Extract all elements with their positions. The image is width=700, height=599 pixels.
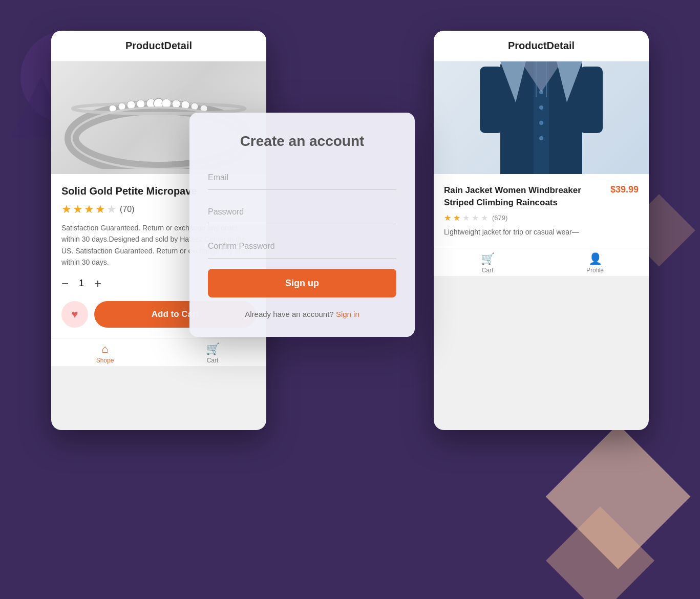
svg-point-21 xyxy=(539,136,543,140)
increase-qty-btn[interactable]: + xyxy=(94,276,101,291)
right-product-name-text: Rain Jacket Women Windbreaker Striped Cl… xyxy=(444,185,581,207)
svg-point-5 xyxy=(137,100,145,108)
signin-row: Already have an account? Sign in xyxy=(208,310,396,318)
cart-icon-right: 🛒 xyxy=(481,252,495,266)
right-product-title-row: Rain Jacket Women Windbreaker Striped Cl… xyxy=(444,184,639,209)
create-account-modal: Create an account Sign up Already have a… xyxy=(189,113,415,337)
svg-rect-22 xyxy=(480,67,503,133)
nav-item-shope[interactable]: ⌂ Shope xyxy=(51,343,159,364)
left-screen-header: ProductDetail xyxy=(51,31,266,61)
nav-cart-label-right: Cart xyxy=(482,267,494,274)
right-screen-header: ProductDetail xyxy=(434,31,649,61)
left-screen-title: ProductDetail xyxy=(125,40,192,51)
left-review-count: (70) xyxy=(120,205,134,214)
right-star-2: ★ xyxy=(453,213,460,223)
right-product-image-area xyxy=(434,61,649,174)
home-icon: ⌂ xyxy=(101,343,108,356)
nav-item-cart-left[interactable]: 🛒 Cart xyxy=(159,343,266,364)
right-star-5: ★ xyxy=(481,213,488,223)
confirm-password-field[interactable] xyxy=(208,234,396,259)
right-product-price: $39.99 xyxy=(610,184,639,195)
svg-rect-23 xyxy=(580,67,603,133)
password-field[interactable] xyxy=(208,200,396,224)
nav-item-cart-right[interactable]: 🛒 Cart xyxy=(434,252,541,274)
wishlist-btn[interactable]: ♥ xyxy=(61,301,88,328)
decrease-qty-btn[interactable]: − xyxy=(61,276,69,291)
svg-point-20 xyxy=(539,121,543,125)
svg-point-19 xyxy=(539,105,543,110)
jacket-svg xyxy=(464,61,618,174)
right-star-4: ★ xyxy=(472,213,479,223)
nav-shope-label: Shope xyxy=(96,357,114,364)
modal-title: Create an account xyxy=(208,133,396,149)
right-star-3: ★ xyxy=(462,213,470,223)
star-2: ★ xyxy=(73,203,83,216)
nav-profile-label: Profile xyxy=(586,267,604,274)
cart-icon-left: 🛒 xyxy=(206,343,220,356)
right-star-1: ★ xyxy=(444,213,451,223)
qty-value: 1 xyxy=(79,278,84,289)
left-bottom-nav: ⌂ Shope 🛒 Cart xyxy=(51,338,266,366)
signup-button[interactable]: Sign up xyxy=(208,269,396,297)
star-1: ★ xyxy=(61,203,72,216)
nav-cart-label-left: Cart xyxy=(207,357,219,364)
right-product-info: Rain Jacket Women Windbreaker Striped Cl… xyxy=(434,174,649,248)
heart-icon: ♥ xyxy=(71,308,78,321)
right-product-name: Rain Jacket Women Windbreaker Striped Cl… xyxy=(444,184,605,209)
left-stars: ★ ★ ★ ★ ★ xyxy=(61,203,117,216)
email-field[interactable] xyxy=(208,166,396,190)
signin-link[interactable]: Sign in xyxy=(336,310,359,318)
right-bottom-nav: 🛒 Cart 👤 Profile xyxy=(434,248,649,276)
star-4: ★ xyxy=(95,203,105,216)
right-review-count: (679) xyxy=(492,214,507,222)
signup-label: Sign up xyxy=(285,278,319,289)
star-3: ★ xyxy=(84,203,94,216)
jacket-image xyxy=(434,61,649,174)
star-5: ★ xyxy=(107,203,117,216)
right-stars-row: ★ ★ ★ ★ ★ (679) xyxy=(444,213,639,223)
right-phone-screen: ProductDetail xyxy=(434,31,649,430)
profile-icon: 👤 xyxy=(588,252,602,266)
svg-point-9 xyxy=(172,100,180,108)
right-screen-title: ProductDetail xyxy=(508,40,575,51)
signin-prompt: Already have an account? xyxy=(245,310,333,318)
nav-item-profile[interactable]: 👤 Profile xyxy=(541,252,649,274)
right-product-desc: Lightweight jacket for trip or casual we… xyxy=(444,227,639,238)
